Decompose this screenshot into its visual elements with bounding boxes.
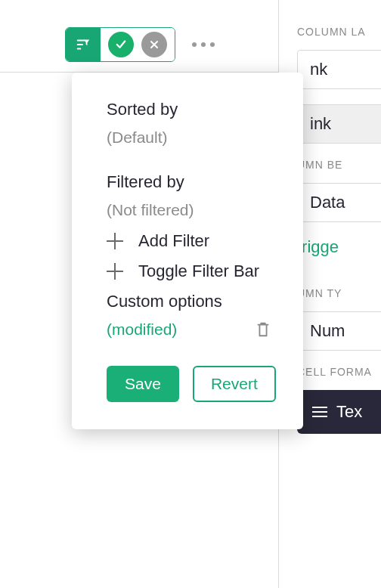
sort-filter-toolbar xyxy=(65,27,215,62)
revert-button[interactable]: Revert xyxy=(193,366,276,402)
check-icon xyxy=(114,38,128,51)
toggle-filter-bar-label: Toggle Filter Bar xyxy=(138,262,259,281)
column-label-field-2[interactable]: ink xyxy=(297,104,381,144)
filter-pill-group xyxy=(65,27,175,62)
filtered-by-value: (Not filtered) xyxy=(107,201,271,219)
cell-format-label: Tex xyxy=(336,402,362,422)
x-icon xyxy=(148,39,160,51)
filter-icon xyxy=(75,36,91,53)
filtered-by-title: Filtered by xyxy=(107,172,271,192)
more-options-button[interactable] xyxy=(192,42,215,47)
confirm-button[interactable] xyxy=(108,32,134,57)
cancel-button[interactable] xyxy=(141,32,167,57)
save-button[interactable]: Save xyxy=(107,366,179,402)
column-behavior-field[interactable]: Data xyxy=(297,183,381,222)
custom-options-title: Custom options xyxy=(107,292,271,311)
cell-format-button[interactable]: Tex xyxy=(297,390,381,434)
ellipsis-icon xyxy=(192,42,197,47)
add-filter-label: Add Filter xyxy=(138,231,209,251)
add-filter-button[interactable]: Add Filter xyxy=(107,231,271,251)
filter-toggle-button[interactable] xyxy=(66,27,101,62)
text-align-icon xyxy=(312,407,327,417)
plus-icon xyxy=(107,263,123,280)
toggle-filter-bar-button[interactable]: Toggle Filter Bar xyxy=(107,262,271,281)
column-label-field-1[interactable]: nk xyxy=(297,50,381,89)
custom-options-status: (modified) xyxy=(107,320,177,339)
pill-action-group xyxy=(101,27,175,62)
plus-icon xyxy=(107,233,123,249)
delete-custom-options-button[interactable] xyxy=(255,320,271,339)
column-type-field[interactable]: Num xyxy=(297,311,381,351)
trash-icon xyxy=(255,320,271,339)
sort-filter-dropdown: Sorted by (Default) Filtered by (Not fil… xyxy=(72,73,303,429)
sorted-by-title: Sorted by xyxy=(107,100,271,119)
column-label-heading: COLUMN LA xyxy=(279,26,381,38)
sorted-by-value[interactable]: (Default) xyxy=(107,128,271,147)
